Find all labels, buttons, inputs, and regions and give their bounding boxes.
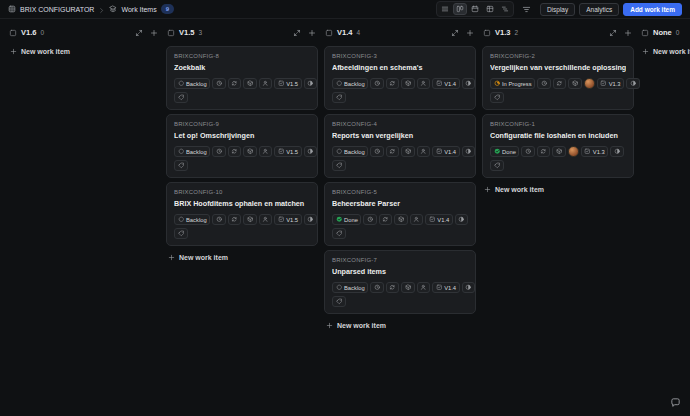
assignee-avatar[interactable] <box>568 146 579 157</box>
version-chip[interactable]: V1.4 <box>432 282 459 293</box>
version-chip[interactable]: V1.5 <box>274 78 301 89</box>
list-view-button[interactable] <box>438 3 452 15</box>
label-chip[interactable] <box>332 92 346 103</box>
state-chip[interactable]: Done <box>490 146 519 157</box>
assignee-chip[interactable] <box>259 146 273 157</box>
collapse-column-button[interactable] <box>291 27 302 38</box>
module-chip[interactable] <box>243 146 257 157</box>
label-chip[interactable] <box>174 92 188 103</box>
due-date-chip[interactable] <box>212 78 226 89</box>
version-chip[interactable]: V1.4 <box>432 146 459 157</box>
label-chip[interactable] <box>332 228 346 239</box>
work-item-card[interactable]: BRIXCONFIG-7Unparsed itemsBacklogV1.4 <box>324 250 476 314</box>
estimate-chip[interactable] <box>462 78 476 89</box>
label-chip[interactable] <box>332 160 346 171</box>
label-chip[interactable] <box>490 160 504 171</box>
due-date-chip[interactable] <box>370 146 384 157</box>
calendar-view-button[interactable] <box>468 3 482 15</box>
work-item-card[interactable]: BRIXCONFIG-8ZoekbalkBacklogV1.5 <box>166 46 318 110</box>
cycle-chip[interactable] <box>228 78 242 89</box>
module-chip[interactable] <box>552 146 566 157</box>
due-date-chip[interactable] <box>370 282 384 293</box>
state-chip[interactable]: Done <box>332 214 361 225</box>
module-chip[interactable] <box>394 214 408 225</box>
due-date-chip[interactable] <box>363 214 377 225</box>
state-chip[interactable]: Backlog <box>174 146 210 157</box>
assignee-chip[interactable] <box>259 214 273 225</box>
new-work-item-button[interactable]: New work item <box>166 254 318 261</box>
due-date-chip[interactable] <box>212 146 226 157</box>
module-chip[interactable] <box>243 78 257 89</box>
gantt-view-button[interactable] <box>498 3 512 15</box>
estimate-chip[interactable] <box>626 78 640 89</box>
due-date-chip[interactable] <box>212 214 226 225</box>
version-chip[interactable]: V1.4 <box>432 78 459 89</box>
assignee-chip[interactable] <box>410 214 424 225</box>
work-item-card[interactable]: BRIXCONFIG-4Reports van vergelijkenBackl… <box>324 114 476 178</box>
label-chip[interactable] <box>174 228 188 239</box>
add-to-column-button[interactable] <box>148 27 159 38</box>
cycle-chip[interactable] <box>537 146 551 157</box>
state-chip[interactable]: In Progress <box>490 78 535 89</box>
state-chip[interactable]: Backlog <box>332 78 368 89</box>
cycle-chip[interactable] <box>379 214 393 225</box>
module-chip[interactable] <box>401 78 415 89</box>
new-work-item-button[interactable]: New work item <box>640 48 690 55</box>
chat-bubble-button[interactable] <box>667 394 683 410</box>
work-item-card[interactable]: BRIXCONFIG-9Let op! OmschrijvingenBacklo… <box>166 114 318 178</box>
label-chip[interactable] <box>332 296 346 307</box>
display-button[interactable]: Display <box>540 3 575 16</box>
state-chip[interactable]: Backlog <box>332 146 368 157</box>
breadcrumb-project[interactable]: BRIX CONFIGURATOR <box>8 5 94 13</box>
state-chip[interactable]: Backlog <box>332 282 368 293</box>
work-item-card[interactable]: BRIXCONFIG-3Afbeeldingen en schema'sBack… <box>324 46 476 110</box>
assignee-chip[interactable] <box>417 78 431 89</box>
assignee-chip[interactable] <box>417 146 431 157</box>
state-chip[interactable]: Backlog <box>174 214 210 225</box>
assignee-chip[interactable] <box>259 78 273 89</box>
cycle-chip[interactable] <box>553 78 567 89</box>
estimate-chip[interactable] <box>304 146 318 157</box>
version-chip[interactable]: V1.3 <box>597 78 624 89</box>
module-chip[interactable] <box>401 146 415 157</box>
add-work-item-button[interactable]: Add work item <box>623 3 682 16</box>
cycle-chip[interactable] <box>386 282 400 293</box>
estimate-chip[interactable] <box>462 282 476 293</box>
estimate-chip[interactable] <box>304 214 318 225</box>
cycle-chip[interactable] <box>228 214 242 225</box>
label-chip[interactable] <box>490 92 504 103</box>
due-date-chip[interactable] <box>370 78 384 89</box>
analytics-button[interactable]: Analytics <box>579 3 619 16</box>
collapse-column-button[interactable] <box>133 27 144 38</box>
due-date-chip[interactable] <box>521 146 535 157</box>
new-work-item-button[interactable]: New work item <box>324 322 476 329</box>
version-chip[interactable]: V1.5 <box>274 214 301 225</box>
breadcrumb-page[interactable]: Work Items <box>109 5 156 13</box>
version-chip[interactable]: V1.5 <box>274 146 301 157</box>
due-date-chip[interactable] <box>537 78 551 89</box>
spreadsheet-view-button[interactable] <box>483 3 497 15</box>
state-chip[interactable]: Backlog <box>174 78 210 89</box>
new-work-item-button[interactable]: New work item <box>482 186 634 193</box>
filter-button[interactable] <box>520 3 534 16</box>
module-chip[interactable] <box>401 282 415 293</box>
version-chip[interactable]: V1.3 <box>581 146 608 157</box>
assignee-avatar[interactable] <box>584 78 595 89</box>
estimate-chip[interactable] <box>610 146 624 157</box>
module-chip[interactable] <box>568 78 582 89</box>
estimate-chip[interactable] <box>304 78 318 89</box>
work-item-card[interactable]: BRIXCONFIG-5Beheersbare ParserDoneV1.4 <box>324 182 476 246</box>
work-item-card[interactable]: BRIXCONFIG-2Vergelijken van verschillend… <box>482 46 634 110</box>
module-chip[interactable] <box>243 214 257 225</box>
collapse-column-button[interactable] <box>449 27 460 38</box>
cycle-chip[interactable] <box>386 146 400 157</box>
new-work-item-button[interactable]: New work item <box>8 48 160 55</box>
add-to-column-button[interactable] <box>306 27 317 38</box>
cycle-chip[interactable] <box>228 146 242 157</box>
collapse-column-button[interactable] <box>607 27 618 38</box>
work-item-card[interactable]: BRIXCONFIG-10BRIX Hoofditems ophalen en … <box>166 182 318 246</box>
work-item-card[interactable]: BRIXCONFIG-1Configuratie file loshalen e… <box>482 114 634 178</box>
add-to-column-button[interactable] <box>464 27 475 38</box>
cycle-chip[interactable] <box>386 78 400 89</box>
label-chip[interactable] <box>174 160 188 171</box>
